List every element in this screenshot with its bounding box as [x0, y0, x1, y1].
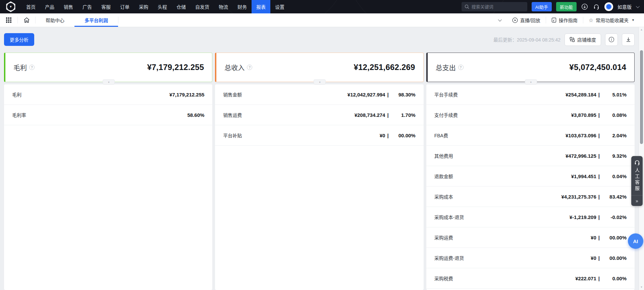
- navbar-menu-item[interactable]: 采购: [134, 0, 153, 13]
- apps-grid-icon[interactable]: [0, 13, 17, 27]
- last-update-text: 最后更新：2025-09-04 08:25:42: [493, 36, 560, 43]
- navbar-menu-item[interactable]: 首页: [21, 0, 40, 13]
- metric-value: ¥0 | 00.00%: [380, 133, 416, 138]
- help-circle-icon[interactable]: ?: [29, 65, 35, 70]
- metric-label: 采购运费-退货: [434, 255, 464, 261]
- navbar-right: AI助手 新功能 如意版: [462, 0, 644, 13]
- favorites-menu[interactable]: ☆ 常用功能收藏夹 ▼: [583, 17, 640, 23]
- app-root: ▼ 首页 产品 销售 广告 客服 订单 采购 头程 仓储 自发货 物流 财务 报…: [0, 0, 644, 290]
- new-feature-button[interactable]: 新功能: [556, 2, 577, 11]
- collapse-caret-icon[interactable]: ▾: [525, 79, 537, 85]
- guide-link[interactable]: 操作指南: [546, 17, 583, 23]
- scroll-down-icon[interactable]: ▼: [640, 285, 643, 290]
- search-icon: [465, 4, 469, 9]
- metric-percent: 1.70%: [389, 112, 416, 118]
- navbar-menu-item[interactable]: 产品: [40, 0, 59, 13]
- collapse-chevron-icon[interactable]: [498, 18, 502, 21]
- metric-label: 销售金额: [223, 91, 242, 98]
- home-icon[interactable]: [18, 13, 35, 27]
- metric-label: 毛利率: [12, 112, 26, 118]
- global-search[interactable]: [462, 2, 527, 11]
- metric-amount: ¥254,289.184: [566, 92, 596, 97]
- card-title: 总收入 ?: [224, 63, 252, 72]
- metric-label: 退款金额: [434, 173, 453, 179]
- export-button[interactable]: [622, 33, 635, 46]
- headset-icon[interactable]: [593, 3, 600, 10]
- menu-item-label: 采购: [139, 3, 148, 10]
- metric-amount: ¥4,231,275.376: [561, 194, 596, 200]
- tab-bar: 帮助中心 多平台利润 直播/回放 操作指南 ☆ 常用功能收藏夹 ▼: [0, 13, 644, 27]
- navbar-menu-item[interactable]: 头程: [153, 0, 172, 13]
- metric-row: 平台补贴 ¥0 | 00.00%: [215, 125, 423, 146]
- double-chevron-right-icon[interactable]: »: [631, 195, 643, 206]
- metric-value: ¥103,673.096 | 2.04%: [566, 133, 627, 138]
- metric-value: ¥-1,219.209 | -0.02%: [570, 214, 627, 220]
- menu-item-label: 仓储: [176, 3, 186, 10]
- menu-item-label: 自发货: [195, 3, 209, 10]
- scroll-up-icon[interactable]: ▲: [640, 27, 643, 32]
- metric-label: 采购成本-退货: [434, 214, 464, 220]
- metric-row: 退款金额 ¥1,994.451 | 0.04%: [426, 166, 635, 187]
- collapse-caret-icon[interactable]: ▾: [314, 79, 326, 85]
- navbar-menu-item[interactable]: 客服: [97, 0, 115, 13]
- card-total-value: ¥12,251,662.269: [354, 63, 415, 72]
- navbar-menu-item[interactable]: 仓储: [172, 0, 191, 13]
- metric-amount: ¥1,994.451: [571, 173, 596, 179]
- navbar-menu-item[interactable]: 销售: [59, 0, 78, 13]
- metric-amount: ¥0: [591, 235, 596, 240]
- chevron-down-icon[interactable]: [636, 4, 640, 8]
- more-analysis-button[interactable]: 更多分析: [4, 33, 34, 46]
- metric-value: ¥208,734.274 | 1.70%: [355, 112, 416, 118]
- metric-value: ¥0 | 00.00%: [591, 255, 627, 261]
- user-avatar[interactable]: [604, 2, 613, 11]
- metric-row: 支付手续费 ¥3,870.895 | 0.08%: [426, 105, 635, 125]
- live-replay-link[interactable]: 直播/回放: [507, 17, 546, 23]
- download-circle-icon[interactable]: [581, 3, 588, 10]
- customer-service-label: 人工客服: [634, 168, 640, 192]
- favorites-label: 常用功能收藏夹: [596, 17, 629, 23]
- collapse-caret-icon[interactable]: ▾: [103, 79, 115, 85]
- card-rows-panel: 平台手续费 ¥254,289.184 | 5.01% 支付手续费 ¥3,870.…: [426, 84, 635, 290]
- navbar-menu-item[interactable]: 设置: [270, 0, 289, 13]
- menu-item-label: 首页: [26, 3, 36, 10]
- card-header: 总收入 ? ¥12,251,662.269 ▾: [215, 53, 423, 82]
- help-circle-icon[interactable]: ?: [247, 65, 252, 70]
- metric-percent: 5.01%: [600, 92, 627, 97]
- metric-row: 其他费用 ¥472,996.125 | 9.32%: [426, 146, 635, 166]
- toolbar-right: 最后更新：2025-09-04 08:25:42 店铺维度: [493, 33, 635, 46]
- guide-label: 操作指南: [559, 17, 578, 23]
- avatar-graphic: [606, 4, 612, 10]
- version-label[interactable]: 如意版: [618, 3, 632, 10]
- metric-amount: ¥222.071: [575, 276, 596, 281]
- metric-amount: ¥208,734.274: [355, 112, 385, 118]
- customer-service-widget[interactable]: 人工客服 »: [631, 156, 643, 206]
- help-circle-icon[interactable]: ?: [458, 65, 464, 70]
- page-tab[interactable]: 帮助中心: [36, 13, 74, 27]
- info-button[interactable]: [605, 33, 618, 46]
- store-dimension-button[interactable]: 店铺维度: [565, 33, 601, 46]
- navbar-menu-item[interactable]: 财务: [233, 0, 252, 13]
- metric-percent: -0.02%: [600, 214, 627, 220]
- navbar-menu-item[interactable]: 订单: [115, 0, 134, 13]
- menu-item-label: 报表: [256, 3, 266, 10]
- brand-logo[interactable]: ▼: [0, 0, 21, 13]
- store-dimension-label: 店铺维度: [577, 36, 596, 43]
- navbar-menu-item[interactable]: 物流: [214, 0, 233, 13]
- metric-percent: 00.00%: [600, 235, 627, 240]
- document-icon: [551, 17, 556, 23]
- headset-icon: [634, 159, 640, 165]
- metric-value: ¥222.071 | 0.00%: [575, 276, 627, 281]
- page-tab[interactable]: 多平台利润: [74, 13, 118, 27]
- metric-percent: 0.04%: [600, 173, 627, 179]
- navbar-menu-item[interactable]: 自发货: [191, 0, 214, 13]
- search-input[interactable]: [472, 4, 531, 9]
- ai-floating-button[interactable]: AI: [628, 233, 643, 249]
- navbar-menu-item[interactable]: 报表: [252, 0, 270, 13]
- card-rows-panel: 销售金额 ¥12,042,927.994 | 98.30% 销售运费 ¥208,…: [215, 84, 423, 290]
- metric-value: ¥4,231,275.376 | 83.42%: [561, 194, 627, 200]
- menu-item-label: 头程: [158, 3, 167, 10]
- scrollbar-thumb[interactable]: [640, 50, 643, 144]
- metric-percent: 83.42%: [600, 194, 627, 200]
- ai-assistant-button[interactable]: AI助手: [532, 2, 552, 11]
- navbar-menu-item[interactable]: 广告: [78, 0, 97, 13]
